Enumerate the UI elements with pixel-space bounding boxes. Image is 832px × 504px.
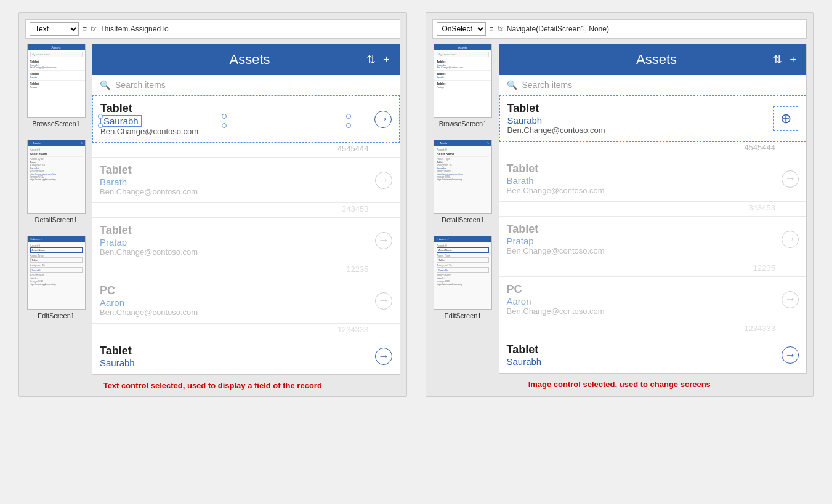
item-name-1-3: Aaron (507, 296, 782, 306)
thumb-0[interactable]: Assets 🔍 Search items TabletSaurabhBen.C… (25, 44, 87, 127)
list-item-1-0[interactable]: Tablet Saurabh Ben.Change@contoso.com ⊕ (499, 95, 807, 142)
list-item-0-3[interactable]: PC Aaron Ben.Change@contoso.com → (92, 278, 400, 324)
item-title-0-2: Tablet (100, 224, 375, 237)
item-title-0-4: Tablet (100, 345, 375, 358)
list-item-1-3[interactable]: PC Aaron Ben.Change@contoso.com → (499, 277, 807, 322)
search-bar-1[interactable]: 🔍 Search items (499, 75, 807, 95)
item-title-1-1: Tablet (507, 162, 782, 175)
list-item-0-1[interactable]: Tablet Barath Ben.Change@contoso.com → (92, 158, 400, 203)
search-icon-0: 🔍 (100, 80, 110, 90)
thumb-1[interactable]: ← Assets✎ Asset 0 Asset Name Asset Type … (432, 140, 494, 223)
equals-sign-0: = (83, 25, 87, 33)
add-icon-0[interactable]: + (383, 54, 390, 66)
item-arrow-1-2[interactable]: → (782, 231, 799, 248)
item-name-selected-0: Saurabh (100, 115, 142, 127)
screen-label-0: BrowseScreen1 (32, 120, 80, 127)
item-email-1-1: Ben.Change@contoso.com (507, 186, 782, 195)
search-bar-0[interactable]: 🔍 Search items (92, 75, 400, 95)
caption-1: Image control selected, used to change s… (432, 380, 807, 389)
formula-input-1[interactable] (507, 25, 802, 33)
sidebar-1: Assets 🔍 Search items TabletSaurabhBen.C… (432, 44, 494, 374)
thumb-1[interactable]: ← Assets✎ Asset 0 Asset Name Asset Type … (25, 140, 87, 223)
app-canvas-0: Assets ⇅ + 🔍 Search items Tablet Saurabh (92, 44, 400, 375)
item-arrow-0-0[interactable]: → (374, 111, 392, 128)
add-icon-1[interactable]: + (790, 54, 796, 66)
app-title-1: Assets (540, 52, 773, 68)
item-name-1-2: Pratap (507, 236, 782, 246)
item-name-1-1: Barath (507, 175, 782, 186)
formula-bar-0: Text = fx (25, 19, 400, 39)
app-title-0: Assets (133, 52, 366, 68)
search-placeholder-1: Search items (522, 80, 573, 90)
item-email-1-3: Ben.Change@contoso.com (507, 306, 782, 316)
item-title-1-4: Tablet (507, 343, 782, 356)
item-title-1-0: Tablet (507, 102, 774, 115)
item-email-0-3: Ben.Change@contoso.com (100, 308, 375, 317)
equals-sign-1: = (490, 25, 494, 33)
item-title-1-3: PC (507, 283, 782, 296)
screen-label-0: BrowseScreen1 (439, 120, 487, 127)
screen-label-2: EditScreen1 (38, 312, 75, 319)
item-name-1-4: Saurabh (507, 356, 782, 367)
item-email-1-2: Ben.Change@contoso.com (507, 246, 782, 255)
item-arrow-0-2[interactable]: → (375, 232, 392, 249)
item-arrow-1-4[interactable]: → (782, 346, 799, 364)
search-icon-1: 🔍 (507, 80, 517, 90)
thumb-2[interactable]: ✕ Assets ✓ Asset 0 Asset Name Asset Type… (432, 236, 494, 319)
item-title-0-1: Tablet (100, 164, 375, 177)
item-arrow-0-1[interactable]: → (375, 172, 392, 189)
item-arrow-0-4[interactable]: → (375, 348, 392, 365)
item-name-0-3: Aaron (100, 297, 375, 308)
editor-area-0: Assets 🔍 Search items TabletSaurabhBen.C… (25, 44, 400, 375)
formula-dropdown-1[interactable]: OnSelect (437, 22, 486, 36)
item-name-0-1: Barath (100, 177, 375, 187)
list-item-0-4[interactable]: Tablet Saurabh → (92, 338, 400, 374)
panel-0: Text = fx Assets 🔍 Search items TabletSa… (18, 12, 407, 397)
item-name-0-2: Pratap (100, 237, 375, 247)
search-placeholder-0: Search items (115, 80, 166, 90)
item-name-0-4: Saurabh (100, 358, 375, 368)
formula-bar-1: OnSelect = fx (432, 19, 807, 39)
caption-0: Text control selected, used to display a… (25, 381, 400, 390)
fx-label-0: fx (91, 25, 96, 33)
screen-label-1: DetailScreen1 (34, 216, 77, 223)
item-arrow-0-3[interactable]: → (375, 292, 392, 310)
item-title-1-2: Tablet (507, 223, 782, 236)
item-email-0-0: Ben.Change@contoso.com (100, 127, 374, 136)
list-item-0-2[interactable]: Tablet Pratap Ben.Change@contoso.com → (92, 218, 400, 263)
sort-icon-0[interactable]: ⇅ (366, 53, 376, 66)
image-icon-1[interactable]: ⊕ (773, 106, 798, 131)
item-arrow-1-1[interactable]: → (782, 170, 799, 188)
item-email-1-0: Ben.Change@contoso.com (507, 126, 774, 135)
main-container: Text = fx Assets 🔍 Search items TabletSa… (0, 6, 832, 403)
app-canvas-1: Assets ⇅ + 🔍 Search items Tablet Saurabh… (499, 44, 807, 374)
screen-label-1: DetailScreen1 (442, 216, 484, 223)
item-email-0-1: Ben.Change@contoso.com (100, 187, 375, 196)
sidebar-0: Assets 🔍 Search items TabletSaurabhBen.C… (25, 44, 87, 375)
item-arrow-1-3[interactable]: → (782, 291, 799, 308)
item-name-1-0: Saurabh (507, 115, 774, 126)
list-item-1-1[interactable]: Tablet Barath Ben.Change@contoso.com → (499, 156, 807, 202)
item-email-0-2: Ben.Change@contoso.com (100, 247, 375, 257)
app-header-1: Assets ⇅ + (499, 44, 807, 75)
thumb-0[interactable]: Assets 🔍 Search items TabletSaurabhBen.C… (432, 44, 494, 127)
list-item-1-4[interactable]: Tablet Saurabh → (499, 337, 807, 373)
panel-1: OnSelect = fx Assets 🔍 Search items Tabl… (426, 12, 814, 397)
list-item-1-2[interactable]: Tablet Pratap Ben.Change@contoso.com → (499, 217, 807, 262)
screen-label-2: EditScreen1 (445, 312, 482, 319)
formula-input-0[interactable] (100, 25, 395, 33)
list-item-0-0[interactable]: Tablet Saurabh (92, 95, 400, 143)
editor-area-1: Assets 🔍 Search items TabletSaurabhBen.C… (432, 44, 807, 374)
sort-icon-1[interactable]: ⇅ (773, 53, 782, 66)
formula-dropdown-0[interactable]: Text (30, 22, 79, 36)
item-title-0-3: PC (100, 284, 375, 297)
fx-label-1: fx (498, 25, 503, 33)
thumb-2[interactable]: ✕ Assets ✓ Asset 0 Asset Name Asset Type… (25, 236, 87, 319)
app-header-0: Assets ⇅ + (92, 44, 400, 75)
item-title-0-0: Tablet (100, 102, 374, 115)
